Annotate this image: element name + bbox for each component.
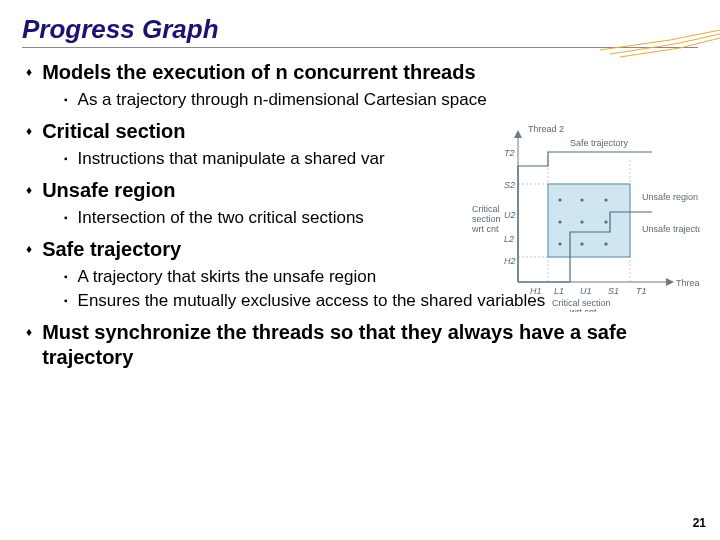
diamond-icon: ♦ xyxy=(26,325,32,339)
bullet-text: Safe trajectory xyxy=(42,237,181,262)
x-tick: T1 xyxy=(636,286,647,296)
sub-item: ▪ As a trajectory through n-dimensional … xyxy=(64,89,698,111)
sub-text: Intersection of the two critical section… xyxy=(78,207,364,229)
safe-label: Safe trajectory xyxy=(570,138,629,148)
sub-text: As a trajectory through n-dimensional Ca… xyxy=(78,89,487,111)
diamond-icon: ♦ xyxy=(26,242,32,256)
svg-point-15 xyxy=(558,242,561,245)
bullet-text: Models the execution of n concurrent thr… xyxy=(42,60,475,85)
svg-point-16 xyxy=(580,242,583,245)
axis-label: Thread 2 xyxy=(528,124,564,134)
slide: Progress Graph ♦ Models the execution of… xyxy=(0,0,720,540)
progress-graph-diagram: Thread 2 Thread 1 T2 S2 U2 L2 H2 H1 L1 U… xyxy=(470,122,700,312)
square-icon: ▪ xyxy=(64,271,68,282)
page-number: 21 xyxy=(693,516,706,530)
x-tick: H1 xyxy=(530,286,542,296)
diamond-icon: ♦ xyxy=(26,124,32,138)
y-tick: H2 xyxy=(504,256,516,266)
bullet-item: ♦ Must synchronize the threads so that t… xyxy=(26,320,698,370)
y-tick: L2 xyxy=(504,234,514,244)
x-tick: S1 xyxy=(608,286,619,296)
unsafe-region-label: Unsafe region xyxy=(642,192,698,202)
diamond-icon: ♦ xyxy=(26,183,32,197)
svg-point-17 xyxy=(604,242,607,245)
y-tick: S2 xyxy=(504,180,515,190)
svg-point-13 xyxy=(580,220,583,223)
bullet-text: Must synchronize the threads so that the… xyxy=(42,320,698,370)
x-tick: L1 xyxy=(554,286,564,296)
bullet-text: Critical section xyxy=(42,119,185,144)
sub-list: ▪ As a trajectory through n-dimensional … xyxy=(64,89,698,111)
square-icon: ▪ xyxy=(64,94,68,105)
crit-label: Critical xyxy=(472,204,500,214)
crit-label: wrt cnt xyxy=(569,307,597,312)
unsafe-traj-label: Unsafe trajectory xyxy=(642,224,700,234)
svg-point-9 xyxy=(558,198,561,201)
svg-point-10 xyxy=(580,198,583,201)
svg-point-12 xyxy=(558,220,561,223)
svg-point-11 xyxy=(604,198,607,201)
diamond-icon: ♦ xyxy=(26,65,32,79)
svg-marker-3 xyxy=(666,278,674,286)
bullet-item: ♦ Models the execution of n concurrent t… xyxy=(26,60,698,111)
axis-label: Thread 1 xyxy=(676,278,700,288)
bullet-text: Unsafe region xyxy=(42,178,175,203)
y-tick: T2 xyxy=(504,148,515,158)
sub-text: A trajectory that skirts the unsafe regi… xyxy=(78,266,377,288)
svg-marker-1 xyxy=(514,130,522,138)
square-icon: ▪ xyxy=(64,153,68,164)
crit-label: wrt cnt xyxy=(471,224,499,234)
svg-point-14 xyxy=(604,220,607,223)
square-icon: ▪ xyxy=(64,295,68,306)
square-icon: ▪ xyxy=(64,212,68,223)
sub-text: Instructions that manipulate a shared va… xyxy=(78,148,385,170)
crit-label: section xyxy=(472,214,501,224)
y-tick: U2 xyxy=(504,210,516,220)
slide-title: Progress Graph xyxy=(22,14,698,48)
x-tick: U1 xyxy=(580,286,592,296)
